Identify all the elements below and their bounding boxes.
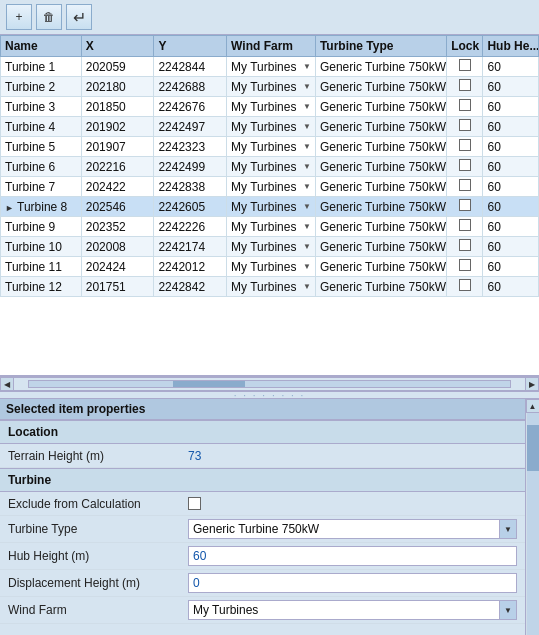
cell-y: 2242012 — [154, 257, 227, 277]
terrain-height-label: Terrain Height (m) — [8, 449, 188, 463]
cell-turbine-type: Generic Turbine 750kW▼ — [315, 137, 446, 157]
exclude-checkbox[interactable] — [188, 497, 201, 510]
toolbar: + 🗑 ↵ — [0, 0, 539, 35]
exclude-label: Exclude from Calculation — [8, 497, 188, 511]
col-header-tt: Turbine Type — [315, 36, 446, 57]
wf-dropdown-arrow: ▼ — [303, 102, 311, 111]
cell-y: 2242842 — [154, 277, 227, 297]
cell-lock[interactable] — [447, 97, 483, 117]
table-row[interactable]: Turbine 12020592242844My Turbines▼Generi… — [1, 57, 539, 77]
cell-hub-height: 60 — [483, 77, 539, 97]
resize-handle[interactable]: · · · · · · · · — [0, 391, 539, 399]
lock-checkbox[interactable] — [459, 239, 471, 251]
cell-x: 202422 — [81, 177, 154, 197]
h-scrollbar-track[interactable] — [28, 380, 511, 388]
cell-hub-height: 60 — [483, 197, 539, 217]
table-row[interactable]: Turbine 32018502242676My Turbines▼Generi… — [1, 97, 539, 117]
cell-turbine-type: Generic Turbine 750kW▼ — [315, 277, 446, 297]
cell-x: 202216 — [81, 157, 154, 177]
col-header-hub: Hub He... — [483, 36, 539, 57]
h-scrollbar[interactable]: ◀ ▶ — [0, 377, 539, 391]
turbine-type-select-wrap: Generic Turbine 750kW ▼ — [188, 519, 517, 539]
cell-y: 2242838 — [154, 177, 227, 197]
v-scroll-up-arrow[interactable]: ▲ — [526, 399, 540, 413]
turbine-type-label: Turbine Type — [8, 522, 188, 536]
h-scrollbar-thumb — [173, 381, 245, 387]
cell-lock[interactable] — [447, 197, 483, 217]
cell-turbine-type: Generic Turbine 750kW▼ — [315, 237, 446, 257]
cell-x: 202008 — [81, 237, 154, 257]
col-header-y: Y — [154, 36, 227, 57]
lock-checkbox[interactable] — [459, 179, 471, 191]
wind-farm-select-wrap: My Turbines ▼ — [188, 600, 517, 620]
cell-name: Turbine 12 — [1, 277, 82, 297]
lock-checkbox[interactable] — [459, 59, 471, 71]
lock-checkbox[interactable] — [459, 219, 471, 231]
cell-x: 202180 — [81, 77, 154, 97]
table-row[interactable]: Turbine 102020082242174My Turbines▼Gener… — [1, 237, 539, 257]
table-row[interactable]: Turbine 42019022242497My Turbines▼Generi… — [1, 117, 539, 137]
cell-name: ► Turbine 8 — [1, 197, 82, 217]
cell-turbine-type: Generic Turbine 750kW▼ — [315, 157, 446, 177]
cell-hub-height: 60 — [483, 277, 539, 297]
properties-body[interactable]: Location Terrain Height (m) 73 Turbine E… — [0, 420, 539, 635]
cell-name: Turbine 10 — [1, 237, 82, 257]
v-scroll-thumb — [527, 425, 539, 471]
cell-lock[interactable] — [447, 117, 483, 137]
wind-farm-select[interactable]: My Turbines — [188, 600, 517, 620]
table-row[interactable]: Turbine 62022162242499My Turbines▼Generi… — [1, 157, 539, 177]
table-row[interactable]: Turbine 52019072242323My Turbines▼Generi… — [1, 137, 539, 157]
lock-checkbox[interactable] — [459, 279, 471, 291]
cell-lock[interactable] — [447, 177, 483, 197]
location-label: Location — [8, 425, 58, 439]
v-scroll-track[interactable] — [527, 413, 539, 635]
scroll-right-arrow[interactable]: ▶ — [525, 377, 539, 391]
lock-checkbox[interactable] — [459, 199, 471, 211]
cell-lock[interactable] — [447, 237, 483, 257]
scroll-left-arrow[interactable]: ◀ — [0, 377, 14, 391]
wf-dropdown-arrow: ▼ — [303, 122, 311, 131]
table-row[interactable]: Turbine 22021802242688My Turbines▼Generi… — [1, 77, 539, 97]
cell-turbine-type: Generic Turbine 750kW▼ — [315, 177, 446, 197]
hub-height-input[interactable] — [188, 546, 517, 566]
lock-checkbox[interactable] — [459, 99, 471, 111]
wf-dropdown-arrow: ▼ — [303, 262, 311, 271]
table-row[interactable]: Turbine 112024242242012My Turbines▼Gener… — [1, 257, 539, 277]
lock-checkbox[interactable] — [459, 119, 471, 131]
turbine-type-select[interactable]: Generic Turbine 750kW — [188, 519, 517, 539]
delete-button[interactable]: 🗑 — [36, 4, 62, 30]
cell-hub-height: 60 — [483, 117, 539, 137]
cell-y: 2242497 — [154, 117, 227, 137]
properties-panel: Selected item properties Location Terrai… — [0, 399, 539, 635]
lock-checkbox[interactable] — [459, 79, 471, 91]
cell-lock[interactable] — [447, 157, 483, 177]
cell-y: 2242174 — [154, 237, 227, 257]
table-row[interactable]: ► Turbine 82025462242605My Turbines▼Gene… — [1, 197, 539, 217]
lock-checkbox[interactable] — [459, 139, 471, 151]
cell-x: 202546 — [81, 197, 154, 217]
add-button[interactable]: + — [6, 4, 32, 30]
displacement-input[interactable] — [188, 573, 517, 593]
cell-lock[interactable] — [447, 137, 483, 157]
export-button[interactable]: ↵ — [66, 4, 92, 30]
cell-turbine-type: Generic Turbine 750kW▼ — [315, 257, 446, 277]
lock-checkbox[interactable] — [459, 159, 471, 171]
lock-checkbox[interactable] — [459, 259, 471, 271]
cell-wind-farm: My Turbines▼ — [227, 177, 316, 197]
cell-lock[interactable] — [447, 77, 483, 97]
cell-wind-farm: My Turbines▼ — [227, 117, 316, 137]
cell-turbine-type: Generic Turbine 750kW▼ — [315, 57, 446, 77]
v-scrollbar[interactable]: ▲ ▼ — [525, 399, 539, 635]
table-row[interactable]: Turbine 72024222242838My Turbines▼Generi… — [1, 177, 539, 197]
cell-lock[interactable] — [447, 57, 483, 77]
cell-lock[interactable] — [447, 217, 483, 237]
cell-y: 2242844 — [154, 57, 227, 77]
cell-lock[interactable] — [447, 257, 483, 277]
cell-lock[interactable] — [447, 277, 483, 297]
table-header-row: Name X Y Wind Farm Turbine Type Lock Hub… — [1, 36, 539, 57]
table-row[interactable]: Turbine 92023522242226My Turbines▼Generi… — [1, 217, 539, 237]
cell-name: Turbine 11 — [1, 257, 82, 277]
table-row[interactable]: Turbine 122017512242842My Turbines▼Gener… — [1, 277, 539, 297]
cell-name: Turbine 9 — [1, 217, 82, 237]
cell-x: 201751 — [81, 277, 154, 297]
